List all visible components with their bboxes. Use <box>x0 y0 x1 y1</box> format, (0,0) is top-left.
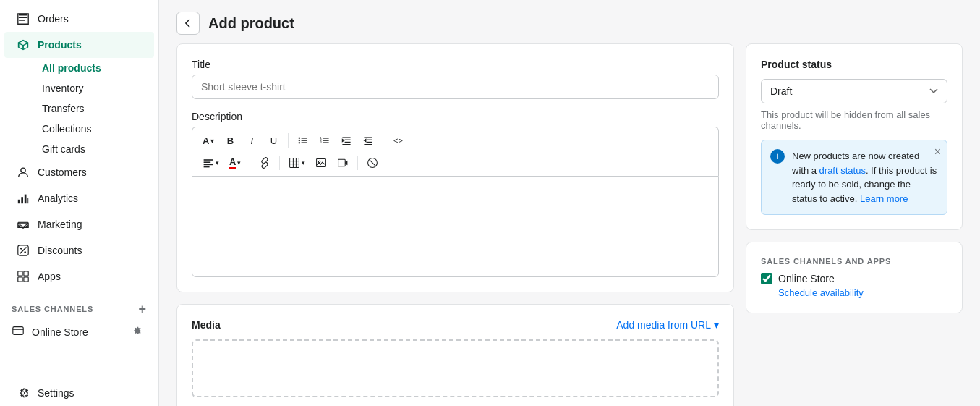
product-details-card: Title Description A▾ B I U <box>176 43 734 292</box>
product-status-hint: This product will be hidden from all sal… <box>761 109 947 131</box>
svg-rect-5 <box>21 197 23 203</box>
product-status-select[interactable]: Draft Active <box>761 79 947 103</box>
sidebar: Orders Products All products Inventory T… <box>0 0 159 406</box>
learn-more-link[interactable]: Learn more <box>860 193 908 204</box>
svg-rect-16 <box>13 327 23 335</box>
rte-indent-button[interactable] <box>336 132 357 149</box>
svg-rect-20 <box>302 142 307 143</box>
apps-icon <box>16 269 30 284</box>
banner-close-button[interactable]: × <box>934 146 941 158</box>
rte-table-button[interactable]: ▾ <box>284 154 310 172</box>
online-store-settings-icon[interactable] <box>131 325 142 339</box>
sidebar-item-analytics[interactable]: Analytics <box>4 185 154 211</box>
svg-rect-42 <box>290 158 299 167</box>
sidebar-item-orders-label: Orders <box>38 13 69 25</box>
description-label: Description <box>192 111 719 122</box>
svg-rect-13 <box>24 271 28 276</box>
rte-italic-button[interactable]: I <box>242 132 262 149</box>
sidebar-sub-transfers[interactable]: Transfers <box>35 98 154 119</box>
back-button[interactable] <box>176 12 200 35</box>
draft-status-banner: i New products are now created with a dr… <box>761 140 947 215</box>
svg-rect-26 <box>323 142 329 143</box>
rte-toolbar: A▾ B I U 123 <box>192 127 719 176</box>
sidebar-item-settings-label: Settings <box>38 387 74 399</box>
sidebar-item-apps-label: Apps <box>38 271 61 282</box>
sidebar-item-marketing[interactable]: Marketing <box>4 211 154 237</box>
sidebar-sub-all-products[interactable]: All products <box>35 58 154 78</box>
online-store-row[interactable]: Online Store <box>4 318 154 345</box>
svg-rect-40 <box>204 164 213 165</box>
product-status-title: Product status <box>761 59 947 70</box>
svg-rect-12 <box>18 271 22 276</box>
info-icon: i <box>770 149 785 164</box>
svg-point-48 <box>319 161 320 162</box>
banner-text: New products are now created with a draf… <box>792 149 938 206</box>
draft-status-link[interactable]: draft status <box>819 165 866 176</box>
media-upload-area[interactable] <box>192 339 719 397</box>
rte-toolbar-row1: A▾ B I U 123 <box>198 132 712 149</box>
rte-toolbar-row2: ▾ A▾ ▾ <box>198 153 712 172</box>
add-sales-channel-button[interactable]: + <box>139 303 147 316</box>
rte-block-button[interactable] <box>362 154 383 172</box>
page-header: Add product <box>159 0 980 43</box>
svg-point-9 <box>24 251 26 253</box>
sidebar-item-products-label: Products <box>38 39 82 51</box>
svg-rect-47 <box>317 158 326 166</box>
rte-link-button[interactable] <box>255 154 275 172</box>
rte-bold-button[interactable]: B <box>220 132 240 149</box>
svg-rect-19 <box>302 140 307 141</box>
svg-rect-49 <box>338 159 346 166</box>
products-icon <box>16 38 30 52</box>
rte-unordered-list-button[interactable] <box>293 132 313 149</box>
rte-underline-button[interactable]: U <box>263 132 284 149</box>
online-store-checkbox[interactable] <box>761 273 772 284</box>
svg-rect-41 <box>204 166 210 167</box>
rte-image-button[interactable] <box>311 154 331 172</box>
svg-rect-14 <box>18 277 22 282</box>
svg-point-8 <box>20 248 22 250</box>
rte-code-button[interactable]: <> <box>388 133 408 148</box>
sales-channels-section: SALES CHANNELS + <box>0 295 158 318</box>
add-media-from-url-button[interactable]: Add media from URL ▾ <box>616 319 719 331</box>
svg-text:3: 3 <box>320 140 323 144</box>
sidebar-item-discounts[interactable]: Discounts <box>4 237 154 263</box>
rte-divider-2 <box>383 133 383 148</box>
rte-ordered-list-button[interactable]: 123 <box>315 132 335 149</box>
sidebar-item-settings[interactable]: Settings <box>4 380 154 406</box>
left-column: Title Description A▾ B I U <box>176 43 734 406</box>
sales-channels-title: SALES CHANNELS AND APPS <box>761 257 947 266</box>
sidebar-item-discounts-label: Discounts <box>38 245 82 256</box>
customers-icon <box>16 165 30 179</box>
rte-outdent-button[interactable] <box>358 132 378 149</box>
online-store-label: Online Store <box>32 326 88 338</box>
sidebar-products-submenu: All products Inventory Transfers Collect… <box>0 58 158 159</box>
description-editor[interactable] <box>192 176 719 277</box>
orders-icon <box>16 12 30 26</box>
online-store-channel-label: Online Store <box>778 273 835 284</box>
rte-divider-4 <box>279 156 280 170</box>
title-input[interactable] <box>192 75 719 99</box>
online-store-left: Online Store <box>12 324 88 339</box>
rte-text-color-button[interactable]: A▾ <box>225 153 245 172</box>
svg-line-51 <box>370 159 377 166</box>
rte-video-button[interactable] <box>333 154 353 172</box>
rte-align-button[interactable]: ▾ <box>198 154 223 172</box>
sidebar-item-products[interactable]: Products <box>4 32 154 58</box>
sidebar-sub-collections[interactable]: Collections <box>35 119 154 139</box>
sidebar-sub-inventory[interactable]: Inventory <box>35 78 154 98</box>
schedule-availability-link[interactable]: Schedule availability <box>778 287 947 298</box>
svg-rect-1 <box>19 17 28 18</box>
analytics-icon <box>16 191 30 206</box>
sidebar-sub-gift-cards[interactable]: Gift cards <box>35 139 154 159</box>
right-column: Product status Draft Active This product… <box>746 43 963 406</box>
main-content: Add product Title Description A▾ B I U <box>159 0 980 406</box>
sidebar-item-analytics-label: Analytics <box>38 193 78 204</box>
svg-point-22 <box>299 140 300 141</box>
sidebar-item-customers[interactable]: Customers <box>4 159 154 185</box>
product-status-card: Product status Draft Active This product… <box>746 43 963 230</box>
sidebar-item-apps[interactable]: Apps <box>4 263 154 289</box>
page-title: Add product <box>208 15 294 32</box>
rte-font-button[interactable]: A▾ <box>198 132 218 149</box>
rte-divider-3 <box>250 156 250 170</box>
sidebar-item-orders[interactable]: Orders <box>4 6 154 32</box>
